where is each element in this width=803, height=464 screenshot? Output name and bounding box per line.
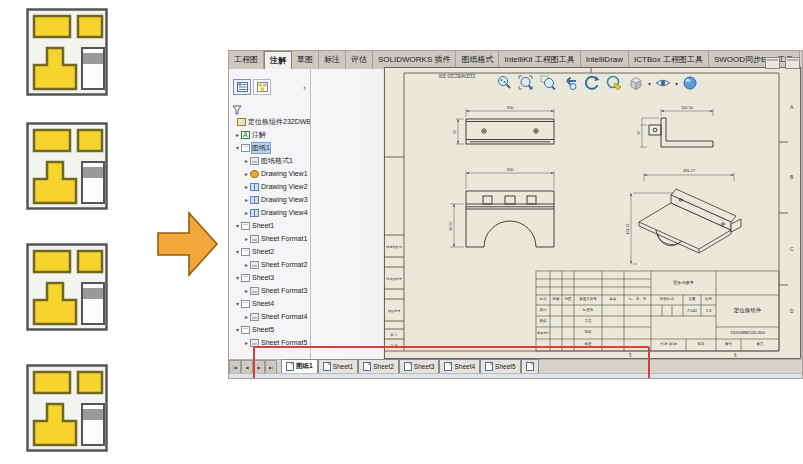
zoom-to-fit-icon[interactable] <box>517 74 535 92</box>
solidworks-window: 工程图 注解 草图 标注 评估 SOLIDWORKS 插件 图纸格式 Intel… <box>228 50 803 379</box>
cascade-doc-icon[interactable] <box>765 57 780 69</box>
tree-item-drawing-view1[interactable]: ▸Drawing View1 <box>229 167 311 180</box>
front-view[interactable] <box>466 191 554 247</box>
sheet-tab-icon <box>444 362 452 371</box>
window-bottom-strip <box>229 373 803 379</box>
zoom-modify-icon[interactable] <box>495 74 513 92</box>
sheet-format-icon <box>250 339 259 347</box>
display-style-dropdown-caret[interactable]: ▾ <box>648 80 651 87</box>
sheet-format-icon <box>250 287 259 295</box>
sheet-format-icon <box>250 157 259 165</box>
drawing-view-icon <box>250 170 259 178</box>
annotations-icon <box>241 131 250 139</box>
titleblock-cell: 标准化 <box>574 305 602 316</box>
svg-text:5: 5 <box>629 353 632 358</box>
tree-item-sheet-format3[interactable]: ▸Sheet Format3 <box>229 284 311 297</box>
titleblock-cell: 工艺 <box>574 316 602 327</box>
ribbon-tab-drawing[interactable]: 工程图 <box>229 51 264 69</box>
svg-text:32: 32 <box>453 130 457 134</box>
sheet-tab-sheet1[interactable]: Sheet1 <box>318 359 359 373</box>
prev-sheet-button[interactable]: ◀ <box>241 360 253 373</box>
next-sheet-button[interactable]: ▶ <box>253 360 265 373</box>
add-sheet-button[interactable] <box>521 359 539 373</box>
hide-show-items-icon[interactable] <box>654 74 672 92</box>
tree-item-sheet-zh-1[interactable]: ▾图纸1 <box>229 141 311 154</box>
svg-text:日 期: 日 期 <box>390 344 397 348</box>
zoom-to-area-icon[interactable] <box>539 74 557 92</box>
configuration-manager-tab-icon[interactable] <box>253 79 271 95</box>
tree-item-sheet1[interactable]: ▾Sheet1 <box>229 219 311 232</box>
cascade-doc-icon[interactable] <box>785 57 800 69</box>
tree-item-sheet-format4[interactable]: ▸Sheet Format4 <box>229 310 311 323</box>
sheet-tab-zh-1[interactable]: 图纸1 <box>281 359 318 373</box>
sheet-tab-icon <box>485 362 493 371</box>
ribbon-tab-markup[interactable]: 标注 <box>319 51 346 69</box>
tree-item-annotations[interactable]: ▸注解 <box>229 128 311 141</box>
sheet-tab-sheet4[interactable]: Sheet4 <box>439 359 480 373</box>
svg-text:300: 300 <box>507 105 514 110</box>
drawing-sheet[interactable]: A B C D 5 6 借用件登记 旧底图总号 底图总号 签 字 日 期 232… <box>384 67 801 359</box>
display-style-icon[interactable] <box>627 74 645 92</box>
hide-show-dropdown-caret[interactable]: ▾ <box>675 80 678 87</box>
svg-text:A: A <box>790 104 794 110</box>
sheet-tab-sheet5[interactable]: Sheet5 <box>480 359 521 373</box>
svg-text:140.50: 140.50 <box>681 105 694 110</box>
previous-view-icon[interactable] <box>561 74 579 92</box>
last-sheet-button[interactable]: ▶| <box>265 360 277 373</box>
drawing-view-icon <box>250 183 259 191</box>
sheet-layout-thumbnail-4 <box>26 364 108 452</box>
sheet-tab-sheet2[interactable]: Sheet2 <box>358 359 399 373</box>
ribbon-tab-annotation[interactable]: 注解 <box>264 51 292 69</box>
titleblock-cell: 备注 <box>741 339 779 351</box>
panel-expand-chevron[interactable]: › <box>303 83 306 93</box>
tree-item-sheet-format5[interactable]: ▸Sheet Format5 <box>229 336 311 349</box>
tree-item-sheet3[interactable]: ▾Sheet3 <box>229 271 311 284</box>
tree-item-sheet-format2[interactable]: ▸Sheet Format2 <box>229 258 311 271</box>
tree-item-drawing-view2[interactable]: ▸Drawing View2 <box>229 180 311 193</box>
sheet-tab-icon <box>286 362 294 371</box>
sheet-icon <box>241 326 250 334</box>
3d-drawing-view-icon[interactable] <box>605 74 623 92</box>
sheet-layout-thumbnail-2 <box>26 122 108 210</box>
drawing-view-icon <box>250 209 259 217</box>
titleblock-cell: 标记 <box>536 295 550 305</box>
thumbnail-graphic <box>26 122 108 210</box>
svg-text:旧底图总号: 旧底图总号 <box>386 277 403 281</box>
rotate-view-icon[interactable] <box>583 74 601 92</box>
tree-item-drawing-view3[interactable]: ▸Drawing View3 <box>229 193 311 206</box>
add-sheet-icon <box>526 362 534 371</box>
titleblock-cell: 处数 <box>550 295 562 305</box>
feature-tree-tab-icon[interactable] <box>233 79 251 95</box>
top-view[interactable] <box>466 119 554 144</box>
side-view[interactable] <box>649 118 713 147</box>
svg-text:6: 6 <box>734 353 737 358</box>
thumbnail-graphic <box>26 243 108 331</box>
svg-text:80.50: 80.50 <box>449 222 453 231</box>
titleblock-mass-value: 7.542 <box>683 305 701 316</box>
titleblock-cell: 比例 <box>701 295 716 305</box>
tree-item-sheet-format-zh-1[interactable]: ▸图纸格式1 <box>229 154 311 167</box>
iso-view[interactable] <box>639 189 741 253</box>
tree-item-sheet5[interactable]: ▾Sheet5 <box>229 323 311 336</box>
top-view-dims <box>456 109 554 144</box>
svg-text:签 字: 签 字 <box>390 333 398 337</box>
tree-item-drawing-view4[interactable]: ▸Drawing View4 <box>229 206 311 219</box>
tree-item-root[interactable]: 定位板组件232DWBZJ20-300 <box>229 115 311 128</box>
tree-item-sheet2[interactable]: ▾Sheet2 <box>229 245 311 258</box>
drawing-view-icon <box>250 196 259 204</box>
svg-text:底图总号: 底图总号 <box>388 309 402 313</box>
sheet-icon <box>241 222 250 230</box>
svg-text:300: 300 <box>507 167 514 172</box>
ribbon-tab-sketch[interactable]: 草图 <box>292 51 319 69</box>
arrow-icon <box>157 211 219 277</box>
titleblock-cell: 审核 <box>574 327 602 339</box>
tree-item-sheet4[interactable]: ▾Sheet4 <box>229 297 311 310</box>
sheet-tab-sheet3[interactable]: Sheet3 <box>399 359 440 373</box>
screenshot-root: { "colors": { "accent_red": "#d84137", "… <box>0 0 803 464</box>
view-settings-icon[interactable] <box>681 74 699 92</box>
heads-up-view-toolbar: ▾ ▾ <box>495 74 699 92</box>
first-sheet-button[interactable]: |◀ <box>229 360 241 373</box>
tree-item-sheet-format1[interactable]: ▸Sheet Format1 <box>229 232 311 245</box>
ribbon-tab-evaluate[interactable]: 评估 <box>346 51 373 69</box>
feature-tree: 定位板组件232DWBZJ20-300 ▸注解 ▾图纸1 ▸图纸格式1 ▸Dra… <box>229 115 311 349</box>
